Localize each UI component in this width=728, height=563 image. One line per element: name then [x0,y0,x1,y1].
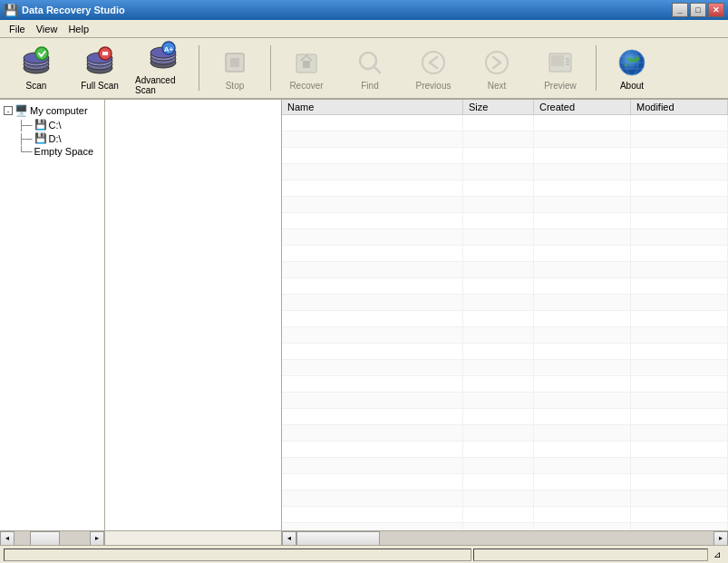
table-row[interactable] [282,197,728,213]
table-row[interactable] [282,393,728,409]
table-row[interactable] [282,376,728,393]
window-controls: _ □ ✕ [672,3,724,17]
empty-space-label: Empty Space [34,146,93,157]
toolbar: Scan Full Scan A+ [0,38,728,100]
maximize-button[interactable]: □ [690,3,706,17]
resize-grip[interactable]: ⊿ [710,548,724,561]
menu-view[interactable]: View [31,23,63,35]
status-pane-1 [4,548,471,561]
table-row[interactable] [282,474,728,490]
menu-bar: File View Help [0,20,728,38]
find-label: Find [361,81,378,91]
column-header-size[interactable]: Size [463,100,534,114]
toolbar-sep-2 [270,45,271,91]
table-row[interactable] [282,507,728,523]
menu-help[interactable]: Help [63,23,94,35]
about-button[interactable]: About [601,42,663,94]
advanced-scan-icon: A+ [147,41,180,73]
file-panel: Name Size Created Modified [282,100,728,530]
close-button[interactable]: ✕ [708,3,724,17]
column-header-modified[interactable]: Modified [631,100,728,114]
file-scroll-left[interactable]: ◂ [282,531,296,546]
tree-item-d[interactable]: ├─ 💾 D:\ [16,131,102,145]
next-button[interactable]: Next [466,42,528,94]
tree-line-empty: └─ [18,146,33,157]
table-row[interactable] [282,131,728,148]
advanced-scan-label: Advanced Scan [135,75,191,95]
tree-item-c[interactable]: ├─ 💾 C:\ [16,118,102,131]
previous-button[interactable]: Previous [403,42,464,94]
preview-button[interactable]: Preview [529,42,591,94]
computer-icon: 🖥️ [15,104,28,117]
drive-d-label: D:\ [49,133,62,144]
tree-item-empty-space[interactable]: └─ Empty Space [16,145,102,158]
table-row[interactable] [282,425,728,442]
svg-point-4 [35,47,48,60]
table-row[interactable] [282,442,728,458]
svg-text:A+: A+ [164,45,174,53]
title-bar-left: 💾 Data Recovery Studio [4,4,125,17]
table-row[interactable] [282,262,728,278]
scan-icon [20,46,53,79]
tree-root-label: My computer [30,105,88,116]
file-scroll-right[interactable]: ▸ [713,531,728,546]
table-row[interactable] [282,246,728,262]
advanced-scan-button[interactable]: A+ Advanced Scan [132,42,194,94]
file-scrollbar[interactable]: ◂ ▸ [282,530,728,545]
table-row[interactable] [282,458,728,474]
tree-scrollbar[interactable]: ◂ ▸ [0,530,104,545]
table-row[interactable] [282,490,728,507]
tree-panel: - 🖥️ My computer ├─ 💾 C:\ ├─ 💾 D:\ └─ Em… [0,100,105,530]
tree-scroll-right[interactable]: ▸ [90,531,104,546]
menu-file[interactable]: File [4,23,31,35]
toolbar-sep-3 [596,45,597,91]
full-scan-button[interactable]: Full Scan [69,42,131,94]
scan-button[interactable]: Scan [5,42,67,94]
previous-label: Previous [416,81,451,91]
stop-button[interactable]: Stop [204,42,266,94]
column-header-name[interactable]: Name [282,100,463,114]
column-header-created[interactable]: Created [534,100,631,114]
tree-scroll-track[interactable] [15,531,90,546]
file-scroll-track[interactable] [296,531,713,546]
find-button[interactable]: Find [339,42,401,94]
table-row[interactable] [282,278,728,295]
tree-scroll-left[interactable]: ◂ [0,531,15,546]
svg-rect-18 [230,58,239,67]
next-label: Next [488,81,507,91]
table-row[interactable] [282,229,728,246]
table-row[interactable] [282,164,728,180]
full-scan-label: Full Scan [81,81,119,91]
svg-point-24 [486,52,508,73]
recover-button[interactable]: Recover [276,42,337,94]
svg-rect-20 [303,61,310,68]
status-pane-2 [473,548,708,561]
drive-c-label: C:\ [49,120,62,131]
file-scroll-thumb[interactable] [296,531,380,546]
svg-point-23 [422,52,444,73]
drive-c-icon: 💾 [34,119,47,131]
table-row[interactable] [282,311,728,327]
table-row[interactable] [282,360,728,376]
app-icon: 💾 [4,4,18,17]
table-row[interactable] [282,295,728,311]
tree-expand-my-computer[interactable]: - [4,106,13,115]
preview-label: Preview [544,81,577,91]
table-row[interactable] [282,327,728,344]
file-rows [282,115,728,530]
table-row[interactable] [282,213,728,229]
table-row[interactable] [282,148,728,164]
tree-root-my-computer[interactable]: - 🖥️ My computer [2,103,102,118]
app-title: Data Recovery Studio [22,5,125,15]
table-row[interactable] [282,115,728,131]
table-row[interactable] [282,409,728,425]
table-row[interactable] [282,523,728,530]
table-row[interactable] [282,344,728,360]
drive-d-icon: 💾 [34,132,47,144]
table-row[interactable] [282,180,728,197]
tree-scroll-thumb[interactable] [30,531,60,546]
about-icon [616,46,648,79]
tree-line-c: ├─ [18,120,33,131]
full-scan-icon [83,46,116,79]
minimize-button[interactable]: _ [672,3,688,17]
